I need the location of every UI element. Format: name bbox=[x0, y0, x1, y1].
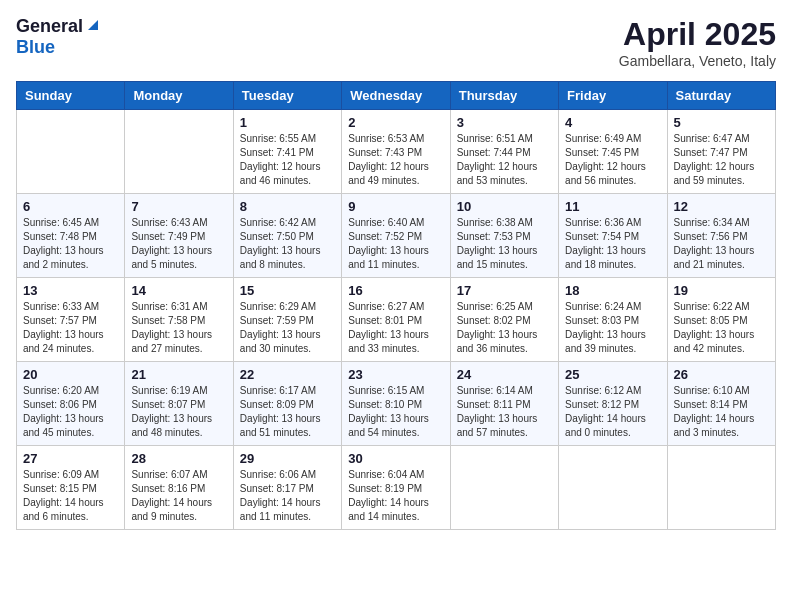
calendar-week-row: 13Sunrise: 6:33 AM Sunset: 7:57 PM Dayli… bbox=[17, 278, 776, 362]
calendar-cell: 8Sunrise: 6:42 AM Sunset: 7:50 PM Daylig… bbox=[233, 194, 341, 278]
day-info: Sunrise: 6:53 AM Sunset: 7:43 PM Dayligh… bbox=[348, 132, 443, 188]
column-header-saturday: Saturday bbox=[667, 82, 775, 110]
calendar-body: 1Sunrise: 6:55 AM Sunset: 7:41 PM Daylig… bbox=[17, 110, 776, 530]
logo: General Blue bbox=[16, 16, 101, 58]
day-info: Sunrise: 6:12 AM Sunset: 8:12 PM Dayligh… bbox=[565, 384, 660, 440]
calendar-cell: 7Sunrise: 6:43 AM Sunset: 7:49 PM Daylig… bbox=[125, 194, 233, 278]
calendar-cell: 5Sunrise: 6:47 AM Sunset: 7:47 PM Daylig… bbox=[667, 110, 775, 194]
day-info: Sunrise: 6:22 AM Sunset: 8:05 PM Dayligh… bbox=[674, 300, 769, 356]
calendar-week-row: 27Sunrise: 6:09 AM Sunset: 8:15 PM Dayli… bbox=[17, 446, 776, 530]
day-info: Sunrise: 6:27 AM Sunset: 8:01 PM Dayligh… bbox=[348, 300, 443, 356]
day-info: Sunrise: 6:19 AM Sunset: 8:07 PM Dayligh… bbox=[131, 384, 226, 440]
calendar-cell bbox=[450, 446, 558, 530]
day-number: 7 bbox=[131, 199, 226, 214]
day-info: Sunrise: 6:10 AM Sunset: 8:14 PM Dayligh… bbox=[674, 384, 769, 440]
day-number: 15 bbox=[240, 283, 335, 298]
calendar-cell: 27Sunrise: 6:09 AM Sunset: 8:15 PM Dayli… bbox=[17, 446, 125, 530]
day-info: Sunrise: 6:38 AM Sunset: 7:53 PM Dayligh… bbox=[457, 216, 552, 272]
day-info: Sunrise: 6:42 AM Sunset: 7:50 PM Dayligh… bbox=[240, 216, 335, 272]
day-info: Sunrise: 6:07 AM Sunset: 8:16 PM Dayligh… bbox=[131, 468, 226, 524]
calendar-cell bbox=[667, 446, 775, 530]
calendar-cell: 1Sunrise: 6:55 AM Sunset: 7:41 PM Daylig… bbox=[233, 110, 341, 194]
calendar-cell: 29Sunrise: 6:06 AM Sunset: 8:17 PM Dayli… bbox=[233, 446, 341, 530]
logo-blue: Blue bbox=[16, 37, 55, 57]
calendar-cell: 3Sunrise: 6:51 AM Sunset: 7:44 PM Daylig… bbox=[450, 110, 558, 194]
day-number: 22 bbox=[240, 367, 335, 382]
calendar-week-row: 6Sunrise: 6:45 AM Sunset: 7:48 PM Daylig… bbox=[17, 194, 776, 278]
column-header-thursday: Thursday bbox=[450, 82, 558, 110]
day-number: 21 bbox=[131, 367, 226, 382]
day-number: 30 bbox=[348, 451, 443, 466]
day-info: Sunrise: 6:43 AM Sunset: 7:49 PM Dayligh… bbox=[131, 216, 226, 272]
calendar-cell: 16Sunrise: 6:27 AM Sunset: 8:01 PM Dayli… bbox=[342, 278, 450, 362]
calendar-cell: 12Sunrise: 6:34 AM Sunset: 7:56 PM Dayli… bbox=[667, 194, 775, 278]
calendar-cell: 13Sunrise: 6:33 AM Sunset: 7:57 PM Dayli… bbox=[17, 278, 125, 362]
column-header-wednesday: Wednesday bbox=[342, 82, 450, 110]
day-info: Sunrise: 6:24 AM Sunset: 8:03 PM Dayligh… bbox=[565, 300, 660, 356]
column-header-monday: Monday bbox=[125, 82, 233, 110]
calendar-cell: 23Sunrise: 6:15 AM Sunset: 8:10 PM Dayli… bbox=[342, 362, 450, 446]
calendar-cell: 10Sunrise: 6:38 AM Sunset: 7:53 PM Dayli… bbox=[450, 194, 558, 278]
day-number: 17 bbox=[457, 283, 552, 298]
day-number: 10 bbox=[457, 199, 552, 214]
day-number: 25 bbox=[565, 367, 660, 382]
day-info: Sunrise: 6:04 AM Sunset: 8:19 PM Dayligh… bbox=[348, 468, 443, 524]
day-number: 23 bbox=[348, 367, 443, 382]
calendar-cell: 21Sunrise: 6:19 AM Sunset: 8:07 PM Dayli… bbox=[125, 362, 233, 446]
calendar-cell: 11Sunrise: 6:36 AM Sunset: 7:54 PM Dayli… bbox=[559, 194, 667, 278]
day-info: Sunrise: 6:06 AM Sunset: 8:17 PM Dayligh… bbox=[240, 468, 335, 524]
calendar-cell: 18Sunrise: 6:24 AM Sunset: 8:03 PM Dayli… bbox=[559, 278, 667, 362]
day-number: 29 bbox=[240, 451, 335, 466]
day-number: 6 bbox=[23, 199, 118, 214]
day-number: 13 bbox=[23, 283, 118, 298]
calendar-cell: 26Sunrise: 6:10 AM Sunset: 8:14 PM Dayli… bbox=[667, 362, 775, 446]
day-number: 1 bbox=[240, 115, 335, 130]
day-info: Sunrise: 6:49 AM Sunset: 7:45 PM Dayligh… bbox=[565, 132, 660, 188]
day-number: 9 bbox=[348, 199, 443, 214]
day-number: 3 bbox=[457, 115, 552, 130]
page-header: General Blue April 2025 Gambellara, Vene… bbox=[16, 16, 776, 69]
day-number: 8 bbox=[240, 199, 335, 214]
calendar-cell: 22Sunrise: 6:17 AM Sunset: 8:09 PM Dayli… bbox=[233, 362, 341, 446]
logo-general: General bbox=[16, 16, 83, 37]
calendar-cell: 25Sunrise: 6:12 AM Sunset: 8:12 PM Dayli… bbox=[559, 362, 667, 446]
calendar-cell: 19Sunrise: 6:22 AM Sunset: 8:05 PM Dayli… bbox=[667, 278, 775, 362]
day-info: Sunrise: 6:31 AM Sunset: 7:58 PM Dayligh… bbox=[131, 300, 226, 356]
day-number: 5 bbox=[674, 115, 769, 130]
day-number: 16 bbox=[348, 283, 443, 298]
day-number: 20 bbox=[23, 367, 118, 382]
calendar-cell bbox=[559, 446, 667, 530]
day-info: Sunrise: 6:55 AM Sunset: 7:41 PM Dayligh… bbox=[240, 132, 335, 188]
column-header-tuesday: Tuesday bbox=[233, 82, 341, 110]
svg-marker-0 bbox=[88, 20, 98, 30]
calendar-cell: 30Sunrise: 6:04 AM Sunset: 8:19 PM Dayli… bbox=[342, 446, 450, 530]
title-section: April 2025 Gambellara, Veneto, Italy bbox=[619, 16, 776, 69]
day-number: 24 bbox=[457, 367, 552, 382]
day-info: Sunrise: 6:29 AM Sunset: 7:59 PM Dayligh… bbox=[240, 300, 335, 356]
day-info: Sunrise: 6:20 AM Sunset: 8:06 PM Dayligh… bbox=[23, 384, 118, 440]
day-info: Sunrise: 6:51 AM Sunset: 7:44 PM Dayligh… bbox=[457, 132, 552, 188]
calendar-cell: 20Sunrise: 6:20 AM Sunset: 8:06 PM Dayli… bbox=[17, 362, 125, 446]
calendar-cell: 14Sunrise: 6:31 AM Sunset: 7:58 PM Dayli… bbox=[125, 278, 233, 362]
month-title: April 2025 bbox=[619, 16, 776, 53]
calendar-header-row: SundayMondayTuesdayWednesdayThursdayFrid… bbox=[17, 82, 776, 110]
calendar-cell: 6Sunrise: 6:45 AM Sunset: 7:48 PM Daylig… bbox=[17, 194, 125, 278]
day-info: Sunrise: 6:33 AM Sunset: 7:57 PM Dayligh… bbox=[23, 300, 118, 356]
day-info: Sunrise: 6:17 AM Sunset: 8:09 PM Dayligh… bbox=[240, 384, 335, 440]
column-header-friday: Friday bbox=[559, 82, 667, 110]
day-number: 26 bbox=[674, 367, 769, 382]
day-number: 19 bbox=[674, 283, 769, 298]
day-info: Sunrise: 6:14 AM Sunset: 8:11 PM Dayligh… bbox=[457, 384, 552, 440]
day-number: 28 bbox=[131, 451, 226, 466]
calendar-cell: 15Sunrise: 6:29 AM Sunset: 7:59 PM Dayli… bbox=[233, 278, 341, 362]
day-info: Sunrise: 6:40 AM Sunset: 7:52 PM Dayligh… bbox=[348, 216, 443, 272]
calendar-cell bbox=[125, 110, 233, 194]
column-header-sunday: Sunday bbox=[17, 82, 125, 110]
day-info: Sunrise: 6:34 AM Sunset: 7:56 PM Dayligh… bbox=[674, 216, 769, 272]
day-info: Sunrise: 6:15 AM Sunset: 8:10 PM Dayligh… bbox=[348, 384, 443, 440]
day-info: Sunrise: 6:36 AM Sunset: 7:54 PM Dayligh… bbox=[565, 216, 660, 272]
day-number: 4 bbox=[565, 115, 660, 130]
calendar-week-row: 1Sunrise: 6:55 AM Sunset: 7:41 PM Daylig… bbox=[17, 110, 776, 194]
day-info: Sunrise: 6:45 AM Sunset: 7:48 PM Dayligh… bbox=[23, 216, 118, 272]
day-number: 12 bbox=[674, 199, 769, 214]
